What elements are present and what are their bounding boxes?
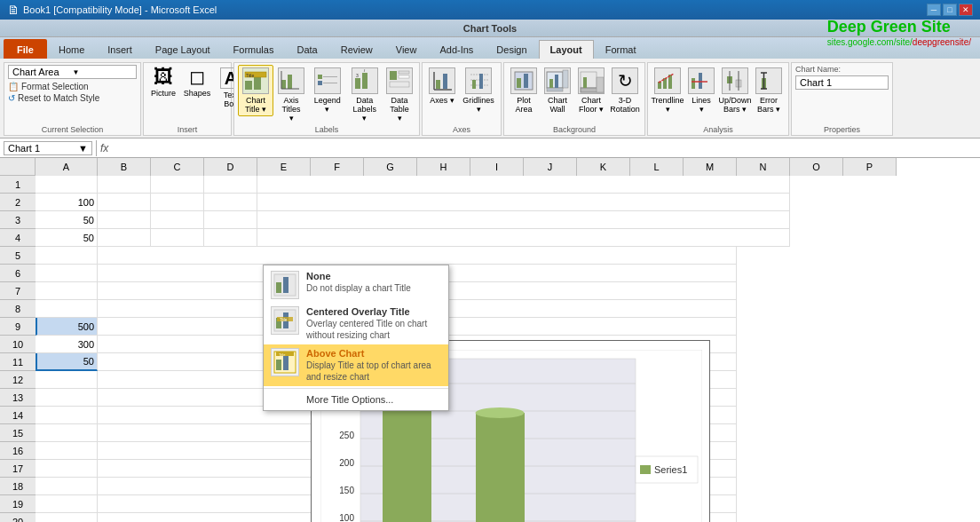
chart-title-dropdown[interactable]: None Do not display a chart Title Title … xyxy=(263,265,449,411)
legend-btn[interactable]: Legend ▾ xyxy=(309,65,346,116)
cell-A7[interactable] xyxy=(36,282,98,300)
axis-titles-btn[interactable]: AxisTitles ▾ xyxy=(275,65,307,125)
cell-A12[interactable] xyxy=(36,371,98,389)
axes-btn[interactable]: Axes ▾ xyxy=(426,65,458,107)
cell-A2[interactable]: 100 xyxy=(36,194,98,211)
cell-A20[interactable] xyxy=(36,513,98,522)
cell-B2[interactable] xyxy=(98,194,151,211)
gridlines-btn[interactable]: Gridlines ▾ xyxy=(460,65,497,116)
col-A[interactable]: A xyxy=(36,158,98,176)
cell-D1[interactable] xyxy=(204,176,257,194)
name-box[interactable]: Chart 1 ▼ xyxy=(4,141,92,155)
formula-input[interactable] xyxy=(112,143,976,154)
trendline-btn[interactable]: Trendline ▾ xyxy=(652,65,684,116)
row-8[interactable]: 8 xyxy=(0,300,36,318)
centered-overlay-option[interactable]: Title Centered Overlay Title Overlay cen… xyxy=(264,303,448,344)
row-17[interactable]: 17 xyxy=(0,460,36,478)
col-D[interactable]: D xyxy=(204,158,257,176)
chart-name-value[interactable]: Chart 1 xyxy=(795,75,889,90)
cell-B3[interactable] xyxy=(98,211,151,229)
tab-page-layout[interactable]: Page Layout xyxy=(144,39,222,59)
row-2[interactable]: 2 xyxy=(0,194,36,211)
tab-review[interactable]: Review xyxy=(329,39,384,59)
cell-A3[interactable]: 50 xyxy=(36,211,98,229)
col-O[interactable]: O xyxy=(790,158,843,176)
col-F[interactable]: F xyxy=(311,158,364,176)
row-18[interactable]: 18 xyxy=(0,478,36,495)
close-btn[interactable]: ✕ xyxy=(959,4,973,16)
cell-A5[interactable] xyxy=(36,247,98,265)
col-B[interactable]: B xyxy=(98,158,151,176)
above-chart-option[interactable]: Title Above Chart Display Title at top o… xyxy=(264,344,448,386)
row-3[interactable]: 3 xyxy=(0,211,36,229)
chart-title-btn[interactable]: Title ChartTitle ▾ xyxy=(238,65,273,116)
cell-C2[interactable] xyxy=(151,194,204,211)
row-4[interactable]: 4 xyxy=(0,229,36,247)
tab-view[interactable]: View xyxy=(384,39,429,59)
cell-A1[interactable] xyxy=(36,176,98,194)
data-table-btn[interactable]: DataTable ▾ xyxy=(383,65,415,125)
maximize-btn[interactable]: □ xyxy=(943,4,957,16)
cell-A15[interactable] xyxy=(36,424,98,442)
row-16[interactable]: 16 xyxy=(0,442,36,460)
lines-btn[interactable]: Lines ▾ xyxy=(685,65,717,116)
chart-floor-btn[interactable]: ChartFloor ▾ xyxy=(575,65,607,116)
reset-style-link[interactable]: ↺ Reset to Match Style xyxy=(8,92,137,104)
cell-A9[interactable]: 500 xyxy=(36,318,98,336)
row-7[interactable]: 7 xyxy=(0,282,36,300)
chart-wall-btn[interactable]: ChartWall xyxy=(541,65,573,116)
plot-area-btn[interactable]: PlotArea xyxy=(508,65,540,116)
cell-rest-5[interactable] xyxy=(98,247,737,265)
none-option[interactable]: None Do not display a chart Title xyxy=(264,267,448,303)
col-N[interactable]: N xyxy=(737,158,790,176)
cell-D3[interactable] xyxy=(204,211,257,229)
cell-D2[interactable] xyxy=(204,194,257,211)
tab-format[interactable]: Format xyxy=(594,39,648,59)
tab-file[interactable]: File xyxy=(4,39,47,59)
picture-btn[interactable]: 🖼 Picture xyxy=(147,65,179,100)
format-selection-link[interactable]: 📋 Format Selection xyxy=(8,81,137,92)
minimize-btn[interactable]: ─ xyxy=(927,4,941,16)
col-M[interactable]: M xyxy=(684,158,737,176)
col-L[interactable]: L xyxy=(630,158,684,176)
cell-E4-rest[interactable] xyxy=(257,229,790,247)
cell-A6[interactable] xyxy=(36,265,98,282)
cell-A10[interactable]: 300 xyxy=(36,336,98,353)
data-labels-btn[interactable]: 3 7 DataLabels ▾ xyxy=(348,65,382,125)
tab-add-ins[interactable]: Add-Ins xyxy=(428,39,485,59)
cell-B1[interactable] xyxy=(98,176,151,194)
cell-A8[interactable] xyxy=(36,300,98,318)
col-I[interactable]: I xyxy=(470,158,524,176)
error-bars-btn[interactable]: ErrorBars ▾ xyxy=(753,65,785,116)
cell-A16[interactable] xyxy=(36,442,98,460)
cell-A11[interactable]: 50 xyxy=(36,353,98,371)
col-E[interactable]: E xyxy=(257,158,311,176)
col-J[interactable]: J xyxy=(524,158,577,176)
cell-A19[interactable] xyxy=(36,495,98,513)
tab-layout[interactable]: Layout xyxy=(539,40,594,59)
row-10[interactable]: 10 xyxy=(0,336,36,353)
tab-formulas[interactable]: Formulas xyxy=(222,39,286,59)
row-13[interactable]: 13 xyxy=(0,389,36,407)
row-12[interactable]: 12 xyxy=(0,371,36,389)
row-11[interactable]: 11 xyxy=(0,353,36,371)
row-5[interactable]: 5 xyxy=(0,247,36,265)
cell-A4[interactable]: 50 xyxy=(36,229,98,247)
row-20[interactable]: 20 xyxy=(0,513,36,522)
3d-rotation-btn[interactable]: ↻ 3-DRotation xyxy=(609,65,641,116)
row-6[interactable]: 6 xyxy=(0,265,36,282)
col-C[interactable]: C xyxy=(151,158,204,176)
cell-D4[interactable] xyxy=(204,229,257,247)
col-G[interactable]: G xyxy=(364,158,417,176)
more-title-options[interactable]: More Title Options... xyxy=(264,391,448,408)
col-K[interactable]: K xyxy=(577,158,630,176)
cell-E1-rest[interactable] xyxy=(257,176,790,194)
tab-design[interactable]: Design xyxy=(485,39,538,59)
row-14[interactable]: 14 xyxy=(0,407,36,424)
chart-area-dropdown[interactable]: Chart Area ▼ xyxy=(8,65,137,79)
cell-A17[interactable] xyxy=(36,460,98,478)
tab-home[interactable]: Home xyxy=(47,39,96,59)
updown-bars-btn[interactable]: Up/DownBars ▾ xyxy=(719,65,751,116)
col-H[interactable]: H xyxy=(417,158,470,176)
row-15[interactable]: 15 xyxy=(0,424,36,442)
